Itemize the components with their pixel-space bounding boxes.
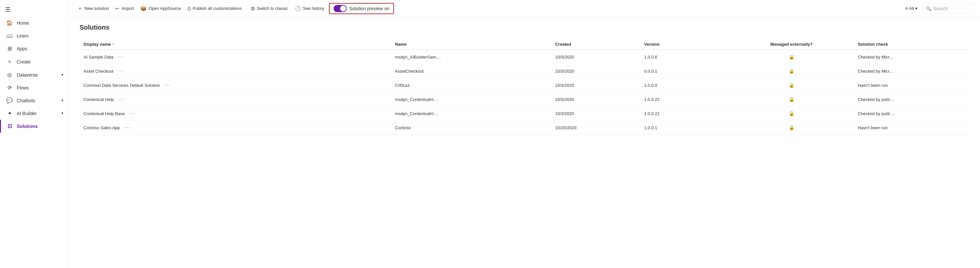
display-name-text: Common Data Services Default Solution: [83, 83, 160, 88]
import-icon: ⤺: [115, 6, 119, 11]
table-row[interactable]: AI Sample Data ··· msdyn_AIBuilderSam...…: [80, 49, 969, 64]
more-options-button[interactable]: ···: [127, 110, 138, 117]
more-options-button[interactable]: ···: [163, 81, 173, 89]
history-icon: 🕐: [295, 6, 301, 11]
table-row[interactable]: Contoso Sales App ··· Contoso 10/20/2020…: [80, 121, 969, 135]
toolbar-right: ≡ All ▾ 🔍 Search: [902, 4, 975, 13]
sidebar-item-label: Apps: [17, 46, 27, 51]
hamburger-button[interactable]: ☰: [0, 3, 69, 16]
content-area: Solutions Display name ↑ Name Created Ve…: [69, 17, 980, 268]
cell-managed: 🔒: [729, 93, 854, 107]
table-row[interactable]: Common Data Services Default Solution ··…: [80, 78, 969, 93]
toolbar-divider: [246, 5, 247, 13]
sidebar-item-label: Dataverse: [17, 72, 38, 78]
more-options-button[interactable]: ···: [123, 124, 133, 131]
filter-label: All: [909, 6, 914, 11]
table-row[interactable]: Contextual Help ··· msdyn_ContextualH...…: [80, 93, 969, 107]
publish-button[interactable]: ⎙ Publish all customizations: [185, 4, 245, 13]
display-name-text: Asset Checkout: [83, 69, 113, 73]
create-icon: ＋: [6, 58, 13, 65]
chevron-down-icon: ▾: [62, 73, 64, 77]
lock-icon: 🔒: [789, 69, 794, 73]
sidebar-item-create[interactable]: ＋ Create: [0, 55, 69, 69]
sidebar-item-label: AI Builder: [17, 111, 37, 116]
sidebar-item-ai-builder[interactable]: ✦ AI Builder ▾: [0, 107, 69, 120]
sidebar-item-apps[interactable]: ⊞ Apps: [0, 42, 69, 55]
cell-name: msdyn_ContextualH....: [391, 107, 551, 121]
sidebar-item-label: Home: [17, 21, 29, 26]
import-button[interactable]: ⤺ Import: [112, 4, 137, 13]
lock-icon: 🔒: [789, 111, 794, 116]
cell-display-name: AI Sample Data ···: [80, 49, 391, 64]
cell-solution-check: Checked by publ....: [854, 107, 969, 121]
filter-chevron-icon: ▾: [915, 6, 918, 11]
sidebar-item-label: Chatbots: [17, 98, 35, 103]
cell-managed: 🔒: [729, 121, 854, 135]
cell-version: 1.0.0.6: [640, 49, 729, 64]
cell-version: 1.0.0.22: [640, 93, 729, 107]
table-row[interactable]: Contextual Help Base ··· msdyn_Contextua…: [80, 107, 969, 121]
sidebar-item-label: Flows: [17, 85, 29, 91]
cell-display-name: Contoso Sales App ···: [80, 121, 391, 135]
col-header-display-name[interactable]: Display name ↑: [80, 39, 391, 49]
publish-icon: ⎙: [188, 6, 191, 11]
cell-version: 1.0.0.22: [640, 107, 729, 121]
sidebar-item-dataverse[interactable]: ◎ Dataverse ▾: [0, 69, 69, 81]
col-header-managed: Managed externally?: [729, 39, 854, 49]
cell-solution-check: Checked by Micr....: [854, 49, 969, 64]
col-header-created: Created: [551, 39, 640, 49]
cell-display-name: Asset Checkout ···: [80, 64, 391, 78]
cell-managed: 🔒: [729, 107, 854, 121]
open-appsource-button[interactable]: 📦 Open AppSource: [137, 4, 185, 13]
table-row[interactable]: Asset Checkout ··· AssetCheckout 10/3/20…: [80, 64, 969, 78]
more-options-button[interactable]: ···: [117, 96, 127, 103]
home-icon: 🏠: [6, 20, 13, 26]
new-solution-button[interactable]: ＋ New solution: [74, 3, 112, 13]
cell-created: 10/3/2020: [551, 93, 640, 107]
solution-preview-label: Solution preview on: [349, 6, 390, 11]
solution-preview-toggle-box: Solution preview on: [329, 3, 394, 14]
cell-display-name: Common Data Services Default Solution ··…: [80, 78, 391, 93]
see-history-button[interactable]: 🕐 See history: [291, 4, 328, 13]
appsource-icon: 📦: [140, 6, 146, 11]
switch-classic-button[interactable]: ⧉ Switch to classic: [248, 4, 291, 13]
appsource-label: Open AppSource: [148, 6, 181, 11]
page-title: Solutions: [80, 24, 969, 31]
cell-version: 1.0.0.0: [640, 78, 729, 93]
solution-preview-toggle[interactable]: [334, 5, 347, 12]
sidebar-item-solutions[interactable]: ⊡ Solutions: [0, 120, 69, 132]
cell-solution-check: Checked by publ....: [854, 93, 969, 107]
cell-version: 1.0.0.1: [640, 121, 729, 135]
sidebar-item-learn[interactable]: 📖 Learn: [0, 29, 69, 42]
cell-created: 10/3/2020: [551, 78, 640, 93]
cell-created: 10/3/2020: [551, 64, 640, 78]
cell-name: Crf0ca1: [391, 78, 551, 93]
sidebar: ☰ 🏠 Home 📖 Learn ⊞ Apps ＋ Create ◎ Datav…: [0, 0, 69, 268]
search-placeholder: Search: [933, 6, 948, 11]
sidebar-item-flows[interactable]: ⟳ Flows: [0, 81, 69, 94]
toolbar: ＋ New solution ⤺ Import 📦 Open AppSource…: [69, 0, 980, 17]
cell-solution-check: Checked by Micr....: [854, 64, 969, 78]
cell-display-name: Contextual Help ···: [80, 93, 391, 107]
search-icon: 🔍: [926, 6, 931, 11]
cell-name: AssetCheckout: [391, 64, 551, 78]
more-options-button[interactable]: ···: [116, 67, 126, 75]
sidebar-item-chatbots[interactable]: 💬 Chatbots ▾: [0, 94, 69, 107]
search-box[interactable]: 🔍 Search: [922, 4, 975, 13]
filter-lines-icon: ≡: [905, 6, 908, 11]
cell-created: 10/3/2020: [551, 107, 640, 121]
lock-icon: 🔒: [789, 83, 794, 88]
filter-button[interactable]: ≡ All ▾: [902, 4, 921, 13]
main-content: ＋ New solution ⤺ Import 📦 Open AppSource…: [69, 0, 980, 268]
see-history-label: See history: [303, 6, 325, 11]
learn-icon: 📖: [6, 33, 13, 39]
sidebar-item-home[interactable]: 🏠 Home: [0, 16, 69, 29]
switch-classic-label: Switch to classic: [257, 6, 288, 11]
apps-icon: ⊞: [6, 45, 13, 52]
display-name-text: Contextual Help Base: [83, 111, 125, 116]
more-options-button[interactable]: ···: [116, 53, 126, 61]
ai-builder-icon: ✦: [6, 110, 13, 116]
cell-created: 10/3/2020: [551, 49, 640, 64]
col-header-name: Name: [391, 39, 551, 49]
cell-name: Contoso: [391, 121, 551, 135]
